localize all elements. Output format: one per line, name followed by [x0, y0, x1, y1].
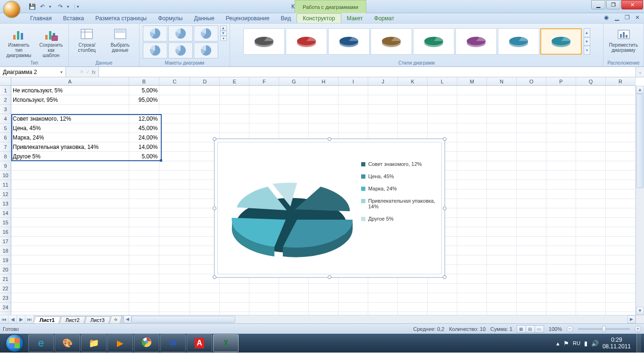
column-headers[interactable]: ABCDEFGHIJKLMNOPQR	[0, 77, 636, 86]
cell[interactable]	[159, 180, 190, 189]
row-header[interactable]: 9	[0, 161, 11, 171]
cell[interactable]	[517, 303, 546, 312]
task-adobe[interactable]: A	[187, 334, 212, 352]
tab-insert[interactable]: Вставка	[58, 14, 90, 23]
cell[interactable]	[398, 105, 428, 114]
cell[interactable]	[339, 284, 368, 293]
column-header[interactable]: A	[11, 77, 129, 85]
cell[interactable]	[576, 189, 606, 199]
save-as-template-button[interactable]: Сохранить как шаблон	[37, 25, 66, 59]
save-icon[interactable]: 💾	[28, 3, 36, 10]
cell[interactable]	[546, 274, 576, 284]
cell[interactable]	[606, 303, 636, 312]
cell[interactable]	[517, 123, 546, 133]
cell[interactable]	[517, 114, 546, 123]
expand-formula-bar-icon[interactable]: ⌄	[636, 67, 644, 77]
cell[interactable]	[11, 189, 129, 199]
redo-icon[interactable]: ↷	[57, 3, 64, 10]
cell[interactable]	[279, 105, 309, 114]
cell[interactable]	[279, 95, 309, 105]
cell[interactable]	[487, 265, 517, 274]
cell[interactable]	[576, 227, 606, 237]
cell[interactable]	[428, 284, 457, 293]
cell[interactable]	[398, 95, 428, 105]
cell[interactable]	[159, 95, 190, 105]
column-header[interactable]: F	[249, 77, 279, 85]
cell[interactable]	[457, 293, 487, 303]
cell[interactable]	[309, 105, 339, 114]
row-header[interactable]: 5	[0, 123, 11, 133]
cell[interactable]	[576, 123, 606, 133]
cell[interactable]	[546, 142, 576, 152]
column-header[interactable]: E	[220, 77, 249, 85]
cell[interactable]	[339, 123, 368, 133]
cell[interactable]	[190, 86, 220, 95]
view-pagelayout-icon[interactable]: ▤	[526, 325, 535, 333]
cell[interactable]	[309, 293, 339, 303]
cell[interactable]	[428, 105, 457, 114]
cell[interactable]	[11, 208, 129, 218]
cell[interactable]	[487, 105, 517, 114]
cell[interactable]: Марка, 24%	[11, 133, 129, 142]
language-indicator[interactable]: RU	[573, 340, 580, 346]
cell[interactable]	[398, 86, 428, 95]
cell[interactable]	[517, 208, 546, 218]
row-header[interactable]: 21	[0, 274, 11, 284]
cell[interactable]	[576, 293, 606, 303]
column-header[interactable]: N	[487, 77, 517, 85]
cell[interactable]	[129, 255, 160, 265]
cell[interactable]	[11, 274, 129, 284]
cell[interactable]	[606, 227, 636, 237]
cell[interactable]	[606, 133, 636, 142]
row-header[interactable]: 20	[0, 265, 11, 274]
sheet-nav[interactable]: ⏮◀▶⏭	[0, 315, 34, 323]
cell[interactable]	[576, 246, 606, 255]
row-header[interactable]: 6	[0, 133, 11, 142]
cell[interactable]	[190, 123, 220, 133]
cell[interactable]	[249, 105, 279, 114]
cell[interactable]	[487, 218, 517, 227]
cell[interactable]	[546, 95, 576, 105]
scroll-up-icon[interactable]: ▲	[636, 86, 644, 94]
scroll-thumb[interactable]	[636, 94, 644, 188]
cell[interactable]	[428, 303, 457, 312]
cell[interactable]	[220, 284, 249, 293]
cell[interactable]	[190, 95, 220, 105]
cell[interactable]	[606, 255, 636, 265]
cell[interactable]	[428, 86, 457, 95]
scroll-left-icon[interactable]: ◀	[124, 315, 132, 323]
cell[interactable]: Не используют, 5%	[11, 86, 129, 95]
row-headers[interactable]: 1234567891011121314151617181920212223242…	[0, 86, 11, 315]
tab-chart-design[interactable]: Конструктор	[297, 13, 341, 23]
cell[interactable]	[220, 86, 249, 95]
cell[interactable]	[487, 152, 517, 161]
cell[interactable]	[606, 114, 636, 123]
cell[interactable]	[487, 237, 517, 246]
cell[interactable]	[487, 86, 517, 95]
doc-close-icon[interactable]: ✕	[634, 14, 641, 21]
style-item[interactable]	[455, 28, 497, 55]
column-header[interactable]: J	[368, 77, 398, 85]
cell[interactable]	[606, 274, 636, 284]
cell[interactable]	[576, 237, 606, 246]
cell[interactable]	[309, 284, 339, 293]
cell[interactable]	[190, 303, 220, 312]
cell[interactable]	[546, 189, 576, 199]
view-buttons[interactable]: ▦▤▭	[517, 325, 544, 333]
tab-view[interactable]: Вид	[275, 14, 297, 23]
tab-formulas[interactable]: Формулы	[152, 14, 188, 23]
cell[interactable]	[279, 114, 309, 123]
cell[interactable]	[249, 95, 279, 105]
cell[interactable]	[190, 105, 220, 114]
cell[interactable]	[576, 105, 606, 114]
show-desktop-button[interactable]	[636, 334, 641, 353]
cell[interactable]	[129, 218, 160, 227]
qat-customize-icon[interactable]: ▾	[74, 4, 79, 9]
cell[interactable]	[606, 284, 636, 293]
layout-item[interactable]	[168, 42, 193, 58]
cell[interactable]	[457, 208, 487, 218]
cell[interactable]	[368, 123, 398, 133]
cell[interactable]	[279, 123, 309, 133]
cell[interactable]	[517, 133, 546, 142]
column-header[interactable]: C	[159, 77, 190, 85]
